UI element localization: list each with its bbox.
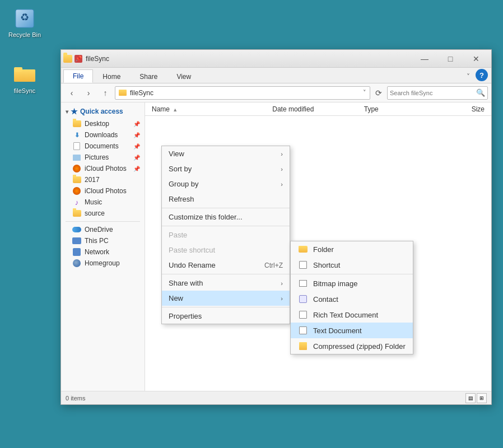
ctx-sort-by[interactable]: Sort by ›	[162, 161, 290, 176]
ctx-sort-by-label: Sort by	[169, 165, 192, 173]
window-title: fileSync	[86, 55, 412, 63]
folder-submenu-icon	[297, 245, 309, 254]
sidebar-section-quick-access[interactable]: ▾ ★ Quick access	[61, 105, 145, 118]
search-box[interactable]: 🔍	[387, 86, 488, 100]
pictures-label: Pictures	[85, 153, 109, 161]
source-label: source	[85, 209, 105, 217]
ctx-group-by[interactable]: Group by ›	[162, 176, 290, 192]
ctx-separator-4	[162, 307, 290, 307]
submenu-bitmap-label: Bitmap image	[313, 279, 357, 288]
submenu-shortcut-label: Shortcut	[313, 261, 340, 269]
sidebar-item-onedrive[interactable]: OneDrive	[61, 224, 145, 235]
view-large-icons-button[interactable]: ⊞	[477, 393, 487, 403]
refresh-button[interactable]: ⟳	[372, 87, 385, 99]
sidebar-item-icloud-photos[interactable]: iCloud Photos 📌	[61, 163, 145, 174]
submenu-zip-label: Compressed (zipped) Folder	[313, 342, 406, 351]
filesync-icon[interactable]: fileSync	[2, 60, 47, 96]
sidebar-item-documents[interactable]: Documents 📌	[61, 141, 145, 152]
submenu-shortcut[interactable]: Shortcut	[291, 257, 413, 273]
tab-share[interactable]: Share	[130, 70, 167, 83]
network-label: Network	[85, 248, 109, 256]
network-sidebar-icon	[72, 248, 81, 256]
submenu-rich-text[interactable]: Rich Text Document	[291, 307, 413, 323]
col-name-label: Name	[152, 105, 170, 113]
ctx-properties[interactable]: Properties	[162, 309, 290, 324]
onedrive-label: OneDrive	[85, 226, 113, 234]
sidebar-item-source[interactable]: source	[61, 208, 145, 219]
col-sort-arrow: ▲	[173, 107, 178, 113]
maximize-button[interactable]: □	[437, 50, 463, 68]
ctx-group-by-label: Group by	[169, 180, 198, 188]
search-icon: 🔍	[476, 88, 485, 97]
col-type-label: Type	[364, 105, 379, 113]
ctx-undo-rename[interactable]: Undo Rename Ctrl+Z	[162, 258, 290, 273]
path-folder-icon	[119, 90, 127, 96]
ctx-new[interactable]: New ›	[162, 291, 290, 306]
documents-sidebar-icon	[72, 142, 81, 150]
search-input[interactable]	[390, 90, 476, 96]
contact-submenu-icon	[297, 295, 309, 304]
submenu-text-doc[interactable]: Text Document	[291, 323, 413, 338]
svg-text:♻: ♻	[20, 12, 29, 23]
downloads-pin-icon: 📌	[133, 132, 140, 138]
recycle-bin-icon[interactable]: ♻ Recycle Bin	[2, 4, 47, 40]
sidebar-item-downloads[interactable]: ⬇ Downloads 📌	[61, 129, 145, 141]
ribbon-chevron-icon[interactable]: ˅	[462, 71, 474, 83]
music-label: Music	[85, 198, 102, 206]
submenu-contact[interactable]: Contact	[291, 291, 413, 307]
desktop-sidebar-icon	[72, 120, 81, 128]
submenu-new: Folder Shortcut Bitmap image Contact Ric…	[290, 241, 413, 354]
ctx-share-with[interactable]: Share with ›	[162, 276, 290, 291]
sidebar-item-icloud-photos-2[interactable]: iCloud Photos	[61, 185, 145, 197]
submenu-folder[interactable]: Folder	[291, 241, 413, 257]
sidebar-item-pictures[interactable]: Pictures 📌	[61, 152, 145, 163]
ctx-refresh[interactable]: Refresh	[162, 192, 290, 207]
view-icons: ▤ ⊞	[465, 393, 487, 403]
ctx-separator-2	[162, 226, 290, 226]
sidebar-item-2017[interactable]: 2017	[61, 174, 145, 185]
submenu-folder-label: Folder	[313, 245, 334, 254]
pictures-pin-icon: 📌	[133, 155, 140, 161]
ctx-share-with-label: Share with	[169, 279, 203, 287]
forward-button[interactable]: ›	[81, 86, 96, 100]
ribbon-help-button[interactable]: ?	[476, 69, 488, 81]
submenu-text-doc-label: Text Document	[313, 326, 362, 335]
source-sidebar-icon	[72, 209, 81, 217]
submenu-bitmap[interactable]: Bitmap image	[291, 276, 413, 291]
col-header-size[interactable]: Size	[424, 104, 487, 114]
address-bar: ‹ › ↑ fileSync ˅ ⟳ 🔍	[61, 83, 491, 102]
ctx-refresh-label: Refresh	[169, 195, 194, 203]
submenu-zip[interactable]: Compressed (zipped) Folder	[291, 338, 413, 354]
close-button[interactable]: ✕	[463, 50, 489, 68]
tab-view[interactable]: View	[167, 70, 201, 83]
ctx-undo-rename-shortcut: Ctrl+Z	[264, 262, 283, 269]
minimize-button[interactable]: —	[412, 50, 437, 68]
view-details-button[interactable]: ▤	[465, 393, 476, 403]
col-header-date[interactable]: Date modified	[270, 104, 361, 114]
address-path[interactable]: fileSync ˅	[115, 86, 370, 100]
ctx-view-label: View	[169, 150, 184, 158]
ctx-new-label: New	[169, 294, 183, 302]
up-button[interactable]: ↑	[98, 86, 113, 100]
sidebar-item-homegroup[interactable]: Homegroup	[61, 258, 145, 269]
col-header-name[interactable]: Name ▲	[150, 104, 270, 114]
sidebar-item-network[interactable]: Network	[61, 246, 145, 258]
desktop-label: Desktop	[85, 120, 109, 128]
ctx-undo-rename-label: Undo Rename	[169, 261, 216, 269]
ctx-view[interactable]: View ›	[162, 146, 290, 161]
ctx-properties-label: Properties	[169, 312, 202, 320]
tab-file[interactable]: File	[63, 69, 93, 83]
icloud-photos-pin-icon: 📌	[133, 166, 140, 172]
back-button[interactable]: ‹	[64, 86, 79, 100]
submenu-rich-text-label: Rich Text Document	[313, 311, 378, 319]
sidebar-item-this-pc[interactable]: This PC	[61, 235, 145, 246]
sidebar-item-desktop[interactable]: Desktop 📌	[61, 118, 145, 129]
tab-home[interactable]: Home	[93, 70, 130, 83]
sidebar-item-music[interactable]: ♪ Music	[61, 197, 145, 208]
title-bar-pin-icon: 📌	[74, 55, 82, 63]
icloud-photos-2-sidebar-icon	[72, 187, 81, 195]
onedrive-sidebar-icon	[72, 226, 81, 234]
ctx-customize[interactable]: Customize this folder...	[162, 209, 290, 225]
col-header-type[interactable]: Type	[362, 104, 425, 114]
ctx-paste: Paste	[162, 227, 290, 242]
